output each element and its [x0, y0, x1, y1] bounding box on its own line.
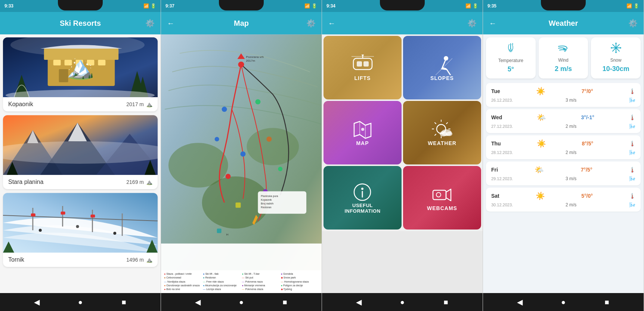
resort-image-tornik — [3, 193, 158, 253]
legend-item: — Homologovana staza — [281, 280, 319, 283]
gear-icon-2[interactable]: ⚙️ — [306, 19, 316, 28]
gear-icon-1[interactable]: ⚙️ — [145, 19, 155, 28]
nav-recent-1[interactable]: ■ — [117, 295, 131, 310]
weather-icon — [431, 120, 453, 140]
nav-home-1[interactable]: ● — [73, 295, 88, 310]
info-icon — [352, 182, 373, 203]
back-icon-4[interactable]: ← — [489, 19, 496, 28]
nav-home-2[interactable]: ● — [234, 295, 249, 310]
forecast-bot-sat: 30.12.2023. 2 m/s 🌬️ — [491, 202, 635, 208]
nav-home-3[interactable]: ● — [395, 295, 410, 310]
time-1: 9:33 — [4, 3, 13, 9]
resort-meta-kopaonik: 2017 m ⛰️ — [126, 101, 152, 107]
forecast-therm-sat: 🌡️ — [629, 193, 635, 199]
resort-item-kopaonik[interactable]: Kopaonik 2017 m ⛰️ — [3, 37, 158, 111]
legend-item: — Leznja staza — [203, 288, 241, 291]
tile-label-map: MAP — [356, 140, 369, 146]
map-legend: ● Staza - polikaci i vrele ● Ski lift - … — [161, 270, 322, 293]
nav-back-2[interactable]: ◀ — [190, 295, 205, 310]
weather-card-wind: Wind 2 m/s — [539, 37, 588, 78]
nav-bar-2: ◀ ● ■ — [161, 293, 322, 311]
nav-back-3[interactable]: ◀ — [351, 295, 366, 310]
forecast-day-tue: Tue — [491, 88, 500, 94]
resort-info-tornik: Tornik 1496 m ⛰️ — [3, 253, 158, 267]
menu-tile-slopes[interactable]: SLOPES — [403, 36, 481, 99]
menu-tile-map[interactable]: MAP — [323, 101, 402, 164]
wind-value: 2 m/s — [555, 65, 572, 73]
forecast-date-tue: 26.12.2023. — [491, 98, 513, 102]
resort-svg-tornik — [3, 193, 158, 253]
forecast-wind-sat: 2 m/s — [566, 202, 576, 207]
temperature-label: Temperature — [498, 58, 523, 63]
menu-tile-webcams[interactable]: WEBCAMS — [403, 166, 481, 230]
menu-tile-weather[interactable]: WEATHER — [403, 101, 481, 164]
svg-point-95 — [615, 47, 617, 49]
resort-svg-stara — [3, 115, 158, 175]
menu-tile-lifts[interactable]: LIFTS — [323, 36, 402, 99]
svg-line-79 — [446, 123, 448, 124]
wifi-icon-4: 📶 — [626, 3, 632, 9]
resort-item-tornik[interactable]: Tornik 1496 m ⛰️ — [3, 193, 158, 267]
nav-back-4[interactable]: ◀ — [512, 295, 527, 310]
forecast-top-wed: Wed 🌤️ 3°/-1° 🌡️ — [491, 113, 635, 122]
forecast-bot-tue: 26.12.2023. 3 m/s 🌬️ — [491, 97, 635, 103]
legend-item: ◆ Tjubing — [281, 288, 319, 291]
map-container[interactable]: H Pozorana vrh 2017m Planinska pura Kopa… — [161, 34, 322, 293]
legend-item: — Pokrvena naza — [242, 280, 280, 283]
nav-home-4[interactable]: ● — [556, 295, 571, 310]
svg-point-63 — [362, 55, 364, 56]
phone-weather: 9:35 📶 🔋 ← Weather ⚙️ — [483, 0, 644, 311]
temperature-value: 5° — [508, 65, 514, 73]
forecast-icon-wed: 🌤️ — [537, 113, 546, 122]
page-title-2: Map — [234, 19, 249, 28]
time-3: 9:34 — [326, 3, 335, 9]
legend-item: ● Bob na sine — [164, 288, 202, 291]
menu-tile-info[interactable]: USEFULINFORMATION — [323, 166, 402, 230]
nav-recent-3[interactable]: ■ — [439, 295, 453, 310]
legend-item: ● Gondola — [281, 272, 319, 275]
resort-image-kopaonik — [3, 37, 158, 97]
legend-item: — Ski put — [242, 276, 280, 279]
forecast-top-thu: Thu ☀️ 8°/5° 🌡️ — [491, 139, 635, 148]
snow-icon — [611, 43, 621, 55]
svg-text:Pozorana vrh: Pozorana vrh — [246, 55, 263, 59]
time-2: 9:37 — [165, 3, 174, 9]
nav-recent-4[interactable]: ■ — [600, 295, 614, 310]
gear-icon-4[interactable]: ⚙️ — [628, 19, 638, 28]
nav-back-1[interactable]: ◀ — [29, 295, 44, 310]
resort-meta-stara: 2169 m ⛰️ — [126, 179, 152, 185]
map-content[interactable]: H Pozorana vrh 2017m Planinska pura Kopa… — [161, 34, 322, 293]
map-icon — [352, 120, 373, 140]
legend-item: — Free ride staza — [203, 280, 241, 283]
back-icon-2[interactable]: ← — [167, 19, 174, 28]
battery-icon-3: 🔋 — [473, 3, 478, 9]
legend-item: ◆ Snow park — [281, 276, 319, 279]
lifts-icon — [352, 55, 374, 75]
map-svg: H Pozorana vrh 2017m Planinska pura Kopa… — [161, 34, 322, 293]
svg-point-98 — [611, 47, 612, 49]
svg-text:Restoran: Restoran — [261, 206, 271, 209]
page-title-4: Weather — [549, 19, 578, 28]
nav-recent-2[interactable]: ■ — [278, 295, 292, 310]
menu-content: LIFTS SLOPES — [322, 34, 483, 293]
back-icon-3[interactable]: ← — [328, 19, 335, 28]
nav-bar-4: ◀ ● ■ — [483, 293, 644, 311]
current-weather: Temperature 5° Wind 2 m/s — [486, 37, 641, 78]
forecast-temp-thu: 8°/5° — [582, 141, 593, 147]
resort-item-stara[interactable]: Stara planina 2169 m ⛰️ — [3, 115, 158, 189]
notch-4 — [541, 0, 586, 10]
forecast-wind-icon-sat: 🌬️ — [629, 202, 635, 208]
gear-icon-3[interactable]: ⚙️ — [467, 19, 477, 28]
svg-rect-3 — [44, 49, 119, 60]
svg-line-77 — [435, 123, 436, 124]
svg-point-97 — [615, 52, 617, 53]
svg-text:Kopaonik: Kopaonik — [261, 198, 272, 201]
svg-point-41 — [238, 62, 244, 68]
forecast-date-fri: 29.12.2023. — [491, 176, 513, 181]
svg-rect-9 — [59, 69, 68, 82]
resort-svg-kopaonik — [3, 37, 158, 97]
forecast-therm-fri: 🌡️ — [629, 167, 635, 173]
svg-text:Broj radnih: Broj radnih — [261, 202, 273, 205]
weather-panel: Temperature 5° Wind 2 m/s — [483, 34, 644, 293]
legend-item: ● Staza - polikaci i vrele — [164, 272, 202, 275]
